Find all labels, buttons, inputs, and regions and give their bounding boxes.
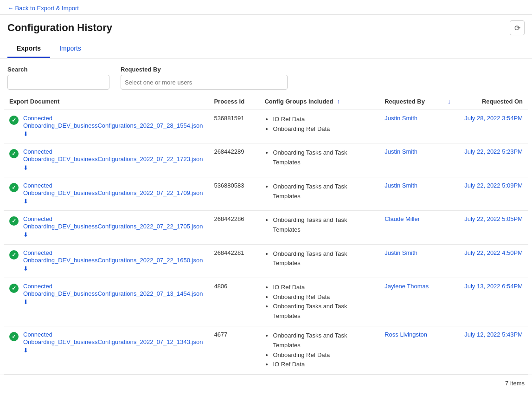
requested-by-cell: Jaylene Thomas xyxy=(379,278,442,326)
search-filter-group: Search xyxy=(7,66,109,90)
items-count: 7 items xyxy=(505,380,525,387)
sort-cell xyxy=(442,143,456,177)
page-title: Configuration History xyxy=(7,22,112,34)
doc-filename-link[interactable]: Onboarding_DEV_businessConfigurations_20… xyxy=(23,189,203,206)
config-groups-cell: IO Ref DataOnboarding Ref DataOnboarding… xyxy=(259,278,379,326)
sort-cell xyxy=(442,211,456,244)
requested-by-cell: Justin Smith xyxy=(379,143,442,177)
status-connected-icon xyxy=(9,149,19,158)
export-doc-cell: ConnectedOnboarding_DEV_businessConfigur… xyxy=(4,211,208,244)
process-id-cell: 536880583 xyxy=(208,177,259,210)
table-row: ConnectedOnboarding_DEV_businessConfigur… xyxy=(4,278,528,326)
config-group-item: Onboarding Tasks and Task Templates xyxy=(273,215,373,235)
col-header-config-groups[interactable]: Config Groups Included ↑ xyxy=(259,93,379,110)
filters-row: Search Requested By xyxy=(0,58,532,93)
requested-by-label: Requested By xyxy=(121,66,288,73)
export-doc-cell: ConnectedOnboarding_DEV_businessConfigur… xyxy=(4,244,208,278)
status-connected-icon xyxy=(9,250,19,260)
config-group-item: Onboarding Tasks and Task Templates xyxy=(273,182,373,201)
status-connected-icon xyxy=(9,183,19,192)
requested-by-filter-group: Requested By xyxy=(121,66,288,90)
doc-filename-link[interactable]: Onboarding_DEV_businessConfigurations_20… xyxy=(23,155,203,172)
sort-config-icon: ↑ xyxy=(337,98,340,105)
requested-by-link[interactable]: Justin Smith xyxy=(385,249,417,256)
status-connected-icon xyxy=(9,216,19,226)
requested-on-cell: July 22, 2022 5:23PM xyxy=(456,143,528,177)
process-id-cell: 268442289 xyxy=(208,143,259,177)
table-footer: 7 items xyxy=(0,375,532,391)
config-groups-cell: Onboarding Tasks and Task Templates xyxy=(259,211,379,244)
table-row: ConnectedOnboarding_DEV_businessConfigur… xyxy=(4,326,528,375)
top-nav: ← Back to Export & Import xyxy=(0,0,532,15)
doc-status-label: Connected xyxy=(23,148,52,155)
requested-on-cell: July 22, 2022 5:05PM xyxy=(456,211,528,244)
requested-by-link[interactable]: Claude Miller xyxy=(385,215,420,222)
requested-by-cell: Justin Smith xyxy=(379,177,442,210)
refresh-button[interactable]: ⟳ xyxy=(510,20,525,35)
requested-by-link[interactable]: Ross Livingston xyxy=(385,331,427,338)
process-id-cell: 4806 xyxy=(208,278,259,326)
config-group-item: IO Ref Data xyxy=(273,115,373,124)
users-input[interactable] xyxy=(121,75,288,90)
table-row: ConnectedOnboarding_DEV_businessConfigur… xyxy=(4,143,528,177)
doc-filename-link[interactable]: Onboarding_DEV_businessConfigurations_20… xyxy=(23,338,203,355)
export-doc-cell: ConnectedOnboarding_DEV_businessConfigur… xyxy=(4,177,208,210)
table-row: ConnectedOnboarding_DEV_businessConfigur… xyxy=(4,177,528,210)
tabs-container: Exports Imports xyxy=(0,40,532,58)
table-row: ConnectedOnboarding_DEV_businessConfigur… xyxy=(4,110,528,143)
back-link[interactable]: ← Back to Export & Import xyxy=(7,5,79,12)
tab-imports[interactable]: Imports xyxy=(50,40,90,58)
requested-on-cell: July 28, 2022 3:54PM xyxy=(456,110,528,143)
requested-on-cell: July 22, 2022 4:50PM xyxy=(456,244,528,278)
sort-cell xyxy=(442,278,456,326)
process-id-cell: 268442281 xyxy=(208,244,259,278)
requested-by-link[interactable]: Justin Smith xyxy=(385,115,417,122)
doc-status-label: Connected xyxy=(23,283,52,290)
requested-by-cell: Justin Smith xyxy=(379,110,442,143)
doc-status-label: Connected xyxy=(23,215,52,222)
table-container: Export Document Process Id Config Groups… xyxy=(0,93,532,375)
col-header-requested-on: Requested On xyxy=(456,93,528,110)
requested-on-cell: July 12, 2022 5:43PM xyxy=(456,326,528,375)
requested-by-link[interactable]: Justin Smith xyxy=(385,182,417,189)
data-table: Export Document Process Id Config Groups… xyxy=(4,93,528,375)
export-doc-cell: ConnectedOnboarding_DEV_businessConfigur… xyxy=(4,143,208,177)
sort-cell xyxy=(442,326,456,375)
doc-filename-link[interactable]: Onboarding_DEV_businessConfigurations_20… xyxy=(23,290,203,306)
status-connected-icon xyxy=(9,116,19,125)
col-header-requested-by: Requested By xyxy=(379,93,442,110)
doc-status-label: Connected xyxy=(23,115,52,122)
config-group-item: Onboarding Tasks and Task Templates xyxy=(273,148,373,168)
config-group-item: Onboarding Ref Data xyxy=(273,292,373,302)
export-doc-cell: ConnectedOnboarding_DEV_businessConfigur… xyxy=(4,110,208,143)
status-connected-icon xyxy=(9,284,19,293)
table-row: ConnectedOnboarding_DEV_businessConfigur… xyxy=(4,244,528,278)
sort-cell xyxy=(442,110,456,143)
doc-status-label: Connected xyxy=(23,182,52,189)
config-group-item: Onboarding Ref Data xyxy=(273,124,373,134)
config-group-item: Onboarding Tasks and Task Templates xyxy=(273,302,373,321)
status-connected-icon xyxy=(9,332,19,341)
export-doc-cell: ConnectedOnboarding_DEV_businessConfigur… xyxy=(4,326,208,375)
config-group-item: Onboarding Tasks and Task Templates xyxy=(273,249,373,269)
config-groups-cell: IO Ref DataOnboarding Ref Data xyxy=(259,110,379,143)
process-id-cell: 268442286 xyxy=(208,211,259,244)
process-id-cell: 536881591 xyxy=(208,110,259,143)
config-group-item: IO Ref Data xyxy=(273,360,373,370)
doc-status-label: Connected xyxy=(23,249,52,256)
tab-exports[interactable]: Exports xyxy=(7,40,50,58)
table-header-row: Export Document Process Id Config Groups… xyxy=(4,93,528,110)
requested-by-cell: Justin Smith xyxy=(379,244,442,278)
config-groups-cell: Onboarding Tasks and Task Templates xyxy=(259,143,379,177)
search-input[interactable] xyxy=(7,75,109,90)
col-header-sort-arrow[interactable]: ↓ xyxy=(442,93,456,110)
requested-by-link[interactable]: Jaylene Thomas xyxy=(385,283,429,290)
doc-filename-link[interactable]: Onboarding_DEV_businessConfigurations_20… xyxy=(23,256,203,273)
doc-filename-link[interactable]: Onboarding_DEV_businessConfigurations_20… xyxy=(23,222,203,239)
search-label: Search xyxy=(7,66,109,73)
table-row: ConnectedOnboarding_DEV_businessConfigur… xyxy=(4,211,528,244)
doc-status-label: Connected xyxy=(23,331,52,338)
doc-filename-link[interactable]: Onboarding_DEV_businessConfigurations_20… xyxy=(23,122,203,138)
config-groups-cell: Onboarding Tasks and Task TemplatesOnboa… xyxy=(259,326,379,375)
requested-by-link[interactable]: Justin Smith xyxy=(385,148,417,155)
